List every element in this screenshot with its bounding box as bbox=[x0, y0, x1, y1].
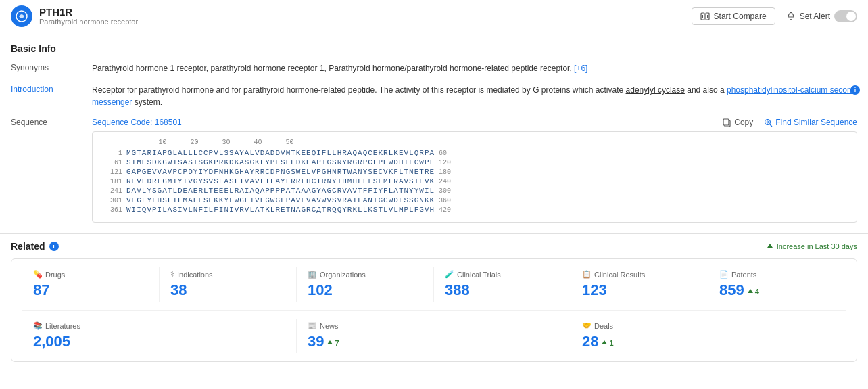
stat-number-0: 87 bbox=[33, 281, 49, 299]
synonyms-value: Parathyroid hormone 1 receptor, parathyr… bbox=[92, 62, 857, 74]
stat-item-3[interactable]: 🧪 Clinical Trials 388 bbox=[434, 267, 571, 302]
find-similar-icon bbox=[764, 118, 773, 127]
ruler-10: 10 bbox=[147, 139, 178, 146]
seq-segment-0-1: ALLLCCPVLS bbox=[178, 149, 229, 157]
find-similar-label: Find Similar Sequence bbox=[775, 118, 857, 127]
stat-name-5: Patents bbox=[731, 271, 756, 279]
sequence-row-2: 121GAPGEVVAVP CPDYIYDFNH KGHAYRRCDР NGSW… bbox=[102, 168, 847, 176]
introduction-row: Introduction Receptor for parathyroid ho… bbox=[11, 84, 857, 108]
stat2-item-2[interactable]: 🤝 Deals 28 1 bbox=[571, 319, 846, 353]
seq-segment-0-2: SAYALVDADD bbox=[229, 149, 281, 157]
stat-value-3: 388 bbox=[445, 281, 560, 299]
stat-item-0[interactable]: 💊 Drugs 87 bbox=[22, 267, 160, 302]
seq-segment-3-3: YFRRLHCTRN bbox=[281, 177, 332, 185]
stat-name-1: Indications bbox=[177, 271, 213, 279]
seq-start-num: 361 bbox=[102, 206, 122, 214]
info-icon: i bbox=[850, 85, 860, 95]
related-header: Related i Increase in Last 30 days bbox=[11, 241, 857, 252]
related-label: Related bbox=[11, 241, 45, 252]
stat-item-2[interactable]: 🏢 Organizations 102 bbox=[297, 267, 434, 302]
stat2-value-1: 39 7 bbox=[308, 333, 560, 350]
stat2-name-0: Literatures bbox=[45, 322, 80, 330]
seq-segment-0-0: MGTARIAPGL bbox=[126, 149, 178, 157]
seq-segment-2-1: CPDYIYDFNH bbox=[178, 168, 229, 176]
stat-item-4[interactable]: 📋 Clinical Results 123 bbox=[571, 267, 708, 302]
seq-segment-3-2: SLTVAVLILA bbox=[229, 177, 281, 185]
stat2-item-1[interactable]: 📰 News 39 7 bbox=[297, 319, 571, 353]
seq-segment-3-5: MLRAVSIFVK bbox=[383, 177, 435, 185]
toggle-knob bbox=[846, 12, 856, 21]
stat2-value-0: 2,005 bbox=[33, 333, 285, 350]
related-info-icon[interactable]: i bbox=[49, 242, 59, 251]
stat-value-0: 87 bbox=[33, 281, 148, 299]
stat2-icon-2: 🤝 bbox=[582, 321, 592, 330]
seq-segment-1-4: SRYRGRPCLP bbox=[332, 158, 383, 166]
basic-info-title: Basic Info bbox=[11, 43, 857, 54]
seq-segment-1-2: DKASGKLYPE bbox=[229, 158, 281, 166]
stats-grid-row2: 📚 Literatures 2,005 📰 News 39 7 🤝 Deals … bbox=[22, 310, 846, 353]
main-content: Basic Info Synonyms Parathyroid hormone … bbox=[0, 32, 868, 223]
stat2-label-1: 📰 News bbox=[308, 321, 560, 330]
stat2-badge-2: 1 bbox=[601, 339, 613, 347]
stat-label-4: 📋 Clinical Results bbox=[582, 270, 697, 279]
copy-button[interactable]: Copy bbox=[723, 118, 753, 127]
set-alert-button[interactable]: Set Alert bbox=[786, 10, 857, 22]
seq-segment-4-2: LRAIAQAPPP bbox=[229, 187, 281, 195]
introduction-label: Introduction bbox=[11, 84, 92, 108]
header-left: PTH1R Parathyroid hormone receptor bbox=[11, 5, 138, 27]
stat2-item-0[interactable]: 📚 Literatures 2,005 bbox=[22, 319, 297, 353]
header-right: Start Compare Set Alert bbox=[692, 7, 857, 25]
stat-number-3: 388 bbox=[445, 281, 470, 299]
find-similar-button[interactable]: Find Similar Sequence bbox=[764, 118, 857, 127]
ruler-50: 50 bbox=[274, 139, 306, 146]
trend-label: Increase in Last 30 days bbox=[777, 242, 857, 250]
sequence-row-4: 241DAVLYSGATL DEAERLTEEE LRAIAQAPPP PATA… bbox=[102, 187, 847, 195]
seq-segment-6-2: IVRVLATKLR bbox=[229, 206, 281, 214]
ruler-40: 40 bbox=[242, 139, 274, 146]
sequence-row: Sequence Sequence Code: 168501 Copy bbox=[11, 118, 857, 223]
seq-segment-2-3: NGSWELVPGH bbox=[281, 168, 332, 176]
stat-name-0: Drugs bbox=[45, 271, 65, 279]
seq-segment-4-1: DEAERLTEEE bbox=[178, 187, 229, 195]
sequence-code-link[interactable]: Sequence Code: 168501 bbox=[92, 118, 182, 127]
seq-segment-2-4: NRTWANYSEC bbox=[332, 168, 383, 176]
seq-segment-6-1: IVLNFILFIN bbox=[178, 206, 229, 214]
alert-toggle[interactable] bbox=[834, 10, 857, 22]
stat2-label-0: 📚 Literatures bbox=[33, 321, 285, 330]
seq-segment-4-3: PATAAAGYAG bbox=[281, 187, 332, 195]
stat-name-4: Clinical Results bbox=[594, 271, 645, 279]
seq-segment-1-0: SIMESDKGWT bbox=[126, 158, 178, 166]
stat-label-2: 🏢 Organizations bbox=[308, 270, 423, 279]
sequence-ruler: 10 20 30 40 50 bbox=[102, 139, 847, 146]
intro-link[interactable]: phosphatidylinositol-calcium second mess… bbox=[92, 85, 856, 107]
seq-segment-3-0: REVFDRLGMI bbox=[126, 177, 178, 185]
stat2-icon-0: 📚 bbox=[33, 321, 43, 330]
stat-icon-3: 🧪 bbox=[445, 270, 454, 279]
seq-segment-4-4: CRVAVTFFIY bbox=[332, 187, 383, 195]
stat-item-1[interactable]: ⚕ Indications 38 bbox=[160, 267, 297, 302]
app-logo bbox=[11, 5, 32, 27]
seq-segment-2-0: GAPGEVVAVP bbox=[126, 168, 178, 176]
stat-icon-4: 📋 bbox=[582, 270, 592, 279]
sequence-viewer[interactable]: 10 20 30 40 50 1MGTARIAPGL ALLLCCPVLS SA… bbox=[92, 131, 857, 223]
seq-end-num: 420 bbox=[439, 206, 451, 214]
sequence-rows: 1MGTARIAPGL ALLLCCPVLS SAYALVDADD VMTKEE… bbox=[102, 149, 847, 214]
start-compare-button[interactable]: Start Compare bbox=[692, 7, 775, 25]
stat2-badge-1: 7 bbox=[327, 339, 339, 347]
trend-up-icon bbox=[766, 242, 774, 250]
stat-value-2: 102 bbox=[308, 281, 423, 299]
stat-value-1: 38 bbox=[170, 281, 285, 299]
stat-item-5[interactable]: 📄 Patents 859 4 bbox=[708, 267, 846, 302]
copy-label: Copy bbox=[734, 118, 753, 127]
ruler-30: 30 bbox=[210, 139, 242, 146]
stat-icon-5: 📄 bbox=[719, 270, 729, 279]
seq-start-num: 241 bbox=[102, 187, 122, 195]
stat-name-3: Clinical Trials bbox=[457, 271, 501, 279]
sequence-row-6: 361WIIQVPILAS IVLNFILFIN IVRVLATKLR ETNA… bbox=[102, 206, 847, 214]
svg-point-9 bbox=[765, 119, 771, 124]
stat-label-0: 💊 Drugs bbox=[33, 270, 148, 279]
sequence-row-3: 181REVFDRLGMI YTVGYSVSLА SLTVAVLILA YFRR… bbox=[102, 177, 847, 185]
synonyms-more[interactable]: [+6] bbox=[574, 64, 587, 73]
sequence-row-5: 301VEGLYLHSLI FMAFFSEKKY LWGFTVFGWG LPAV… bbox=[102, 196, 847, 204]
sequence-header: Sequence Sequence Code: 168501 Copy bbox=[11, 118, 857, 127]
